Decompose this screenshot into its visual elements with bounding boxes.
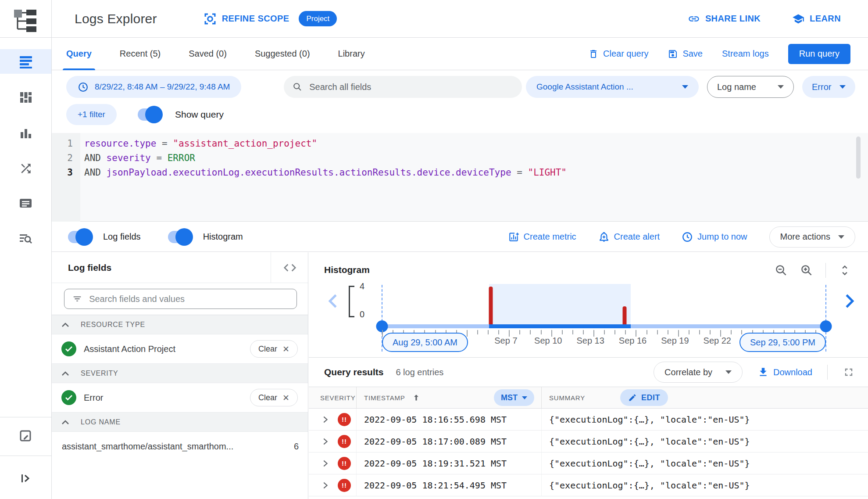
section-severity[interactable]: SEVERITY xyxy=(52,364,308,383)
link-icon xyxy=(688,13,700,25)
editor-scrollbar[interactable] xyxy=(856,136,861,179)
log-fields-toggle[interactable] xyxy=(68,231,92,243)
search-icon xyxy=(293,82,302,92)
timezone-selector[interactable]: MST xyxy=(494,389,534,406)
resource-filter-chip[interactable]: Google Assistant Action ... xyxy=(526,76,699,98)
field-item-log-name[interactable]: assistant_smarthome/assistant_smarthom..… xyxy=(52,432,308,461)
share-link-label: SHARE LINK xyxy=(705,14,761,24)
sidebar-item-log-metrics[interactable] xyxy=(0,121,51,146)
section-log-name[interactable]: LOG NAME xyxy=(52,413,308,432)
download-button[interactable]: Download xyxy=(757,366,812,378)
histogram-toggle[interactable] xyxy=(168,231,192,243)
tab-recent-label: Recent (5) xyxy=(120,49,161,59)
save-button[interactable]: Save xyxy=(668,49,703,59)
expand-row-icon[interactable] xyxy=(320,459,330,468)
project-scope-badge[interactable]: Project xyxy=(299,11,337,26)
save-icon xyxy=(668,49,678,59)
tab-query[interactable]: Query xyxy=(66,38,92,70)
show-query-toggle[interactable] xyxy=(138,108,161,121)
tab-saved[interactable]: Saved (0) xyxy=(189,38,227,70)
log-name-filter-chip[interactable]: Log name xyxy=(707,76,794,98)
log-fields-search-input[interactable] xyxy=(89,294,289,304)
stream-logs-button[interactable]: Stream logs xyxy=(722,49,769,59)
run-query-button[interactable]: Run query xyxy=(788,44,850,64)
project-badge-label: Project xyxy=(306,14,329,23)
more-actions-button[interactable]: More actions xyxy=(769,226,856,248)
log-entry-row[interactable]: !! 2022-09-05 18:21:54.495 MST {"executi… xyxy=(309,474,868,496)
query-line-1: resource.type = "assistant_action_projec… xyxy=(84,136,317,151)
line-number: 2 xyxy=(52,151,73,165)
time-range-chip[interactable]: 8/29/22, 8:48 AM – 9/29/22, 9:48 AM xyxy=(66,76,241,98)
chevron-down-icon xyxy=(839,85,846,89)
clock-icon xyxy=(682,231,693,243)
range-start-pill[interactable]: Aug 29, 5:00 AM xyxy=(382,333,468,352)
histogram-plot[interactable] xyxy=(382,285,826,326)
unfold-more-icon[interactable] xyxy=(838,264,851,277)
column-severity: SEVERITY xyxy=(320,394,356,402)
clear-resource-type-button[interactable]: Clear ✕ xyxy=(250,340,298,358)
sidebar-item-logs-explorer[interactable] xyxy=(0,49,51,74)
expand-row-icon[interactable] xyxy=(320,481,330,490)
query-editor[interactable]: 1 2 3 resource.type = "assistant_action_… xyxy=(52,133,868,222)
log-timestamp: 2022-09-05 18:16:55.698 MST xyxy=(364,414,507,425)
trash-icon xyxy=(588,49,599,59)
log-entry-row[interactable]: !! 2022-09-05 18:19:31.521 MST {"executi… xyxy=(309,452,868,474)
fullscreen-icon[interactable] xyxy=(843,366,855,378)
log-entry-row[interactable]: !! 2022-09-05 18:17:00.089 MST {"executi… xyxy=(309,431,868,452)
zoom-out-icon[interactable] xyxy=(775,264,788,277)
histogram-selection[interactable] xyxy=(489,284,631,326)
more-filters-chip[interactable]: +1 filter xyxy=(66,104,117,125)
zoom-in-icon[interactable] xyxy=(800,264,813,277)
search-all-fields[interactable] xyxy=(284,76,522,98)
timeline-tick-label: Sep 16 xyxy=(619,336,647,346)
histogram-prev-icon[interactable] xyxy=(326,294,339,309)
log-entry-row[interactable]: !! 2022-09-05 18:16:55.698 MST {"executi… xyxy=(309,409,868,431)
refine-scope-button[interactable]: REFINE SCOPE xyxy=(204,12,289,25)
column-timestamp[interactable]: TIMESTAMP xyxy=(364,394,405,402)
jump-to-now-button[interactable]: Jump to now xyxy=(682,231,747,243)
expand-row-icon[interactable] xyxy=(320,437,330,446)
resource-filter-label: Google Assistant Action ... xyxy=(536,82,633,92)
tab-library[interactable]: Library xyxy=(338,38,365,70)
share-link-button[interactable]: SHARE LINK xyxy=(688,13,761,25)
clear-label: Clear xyxy=(258,345,277,354)
panel-open-icon xyxy=(19,471,33,485)
field-item-error[interactable]: Error Clear ✕ xyxy=(52,383,308,413)
chevron-up-icon xyxy=(61,420,69,425)
log-fields-search[interactable] xyxy=(64,289,297,309)
correlate-by-button[interactable]: Correlate by xyxy=(654,362,743,383)
sort-ascending-icon[interactable] xyxy=(411,393,421,402)
histogram-next-icon[interactable] xyxy=(843,294,856,309)
sidebar-item-open-panel[interactable] xyxy=(0,466,51,491)
clear-query-button[interactable]: Clear query xyxy=(588,49,648,59)
severity-filter-chip[interactable]: Error xyxy=(802,76,855,98)
section-resource-type-label: RESOURCE TYPE xyxy=(81,321,145,329)
code-string: "LIGHT" xyxy=(528,167,567,178)
create-metric-button[interactable]: Create metric xyxy=(508,231,576,243)
code-brackets-icon[interactable] xyxy=(282,260,297,275)
create-alert-button[interactable]: Create alert xyxy=(598,231,660,243)
expand-row-icon[interactable] xyxy=(320,415,330,424)
y-tick-min: 0 xyxy=(360,309,364,320)
search-all-fields-input[interactable] xyxy=(309,82,513,92)
add-chart-icon xyxy=(508,231,519,243)
log-summary: {"executionLog":{…}, "locale":"en-US"} xyxy=(549,436,750,447)
tab-recent[interactable]: Recent (5) xyxy=(120,38,161,70)
query-results-panel: Query results 6 log entries Correlate by… xyxy=(309,357,868,499)
storage-icon xyxy=(18,196,33,211)
learn-button[interactable]: LEARN xyxy=(792,13,841,25)
section-resource-type[interactable]: RESOURCE TYPE xyxy=(52,315,308,334)
sidebar-item-logs-storage[interactable] xyxy=(0,191,51,215)
download-label: Download xyxy=(773,367,812,377)
tab-suggested[interactable]: Suggested (0) xyxy=(255,38,310,70)
timeline-selected-segment[interactable] xyxy=(489,324,631,328)
sidebar-item-logs-router[interactable] xyxy=(0,156,51,181)
edit-summary-button[interactable]: EDIT xyxy=(620,389,668,406)
clear-severity-button[interactable]: Clear ✕ xyxy=(250,389,298,406)
range-end-pill[interactable]: Sep 29, 5:00 PM xyxy=(739,333,826,352)
sidebar-item-log-analytics[interactable] xyxy=(0,226,51,251)
sidebar-item-logs-dashboard[interactable] xyxy=(0,85,51,110)
download-icon xyxy=(757,366,769,378)
field-item-assistant-action-project[interactable]: Assistant Action Project Clear ✕ xyxy=(52,334,308,364)
sidebar-item-release-notes[interactable] xyxy=(0,424,51,449)
